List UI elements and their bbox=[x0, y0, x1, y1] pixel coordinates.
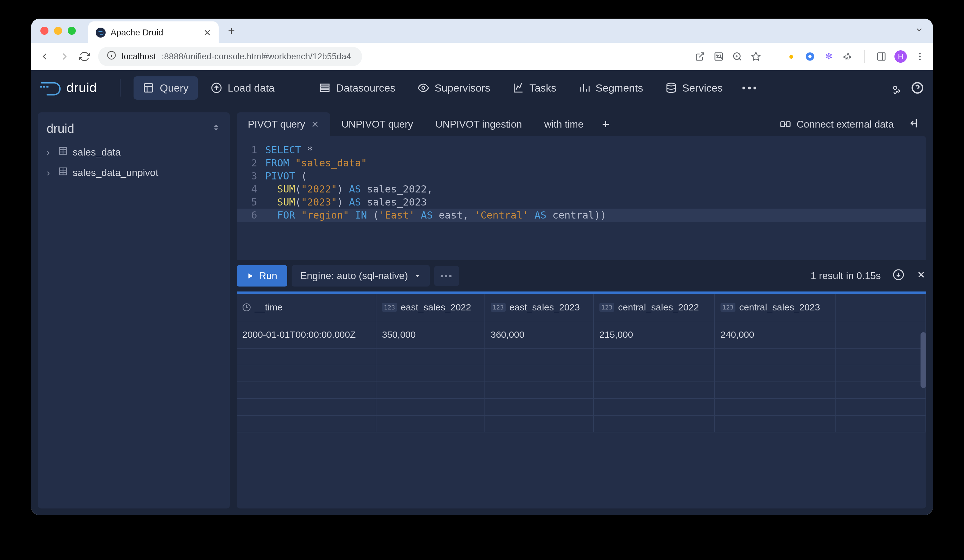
tree-item-label: sales_data bbox=[73, 146, 121, 158]
play-icon bbox=[247, 272, 254, 280]
open-external-icon[interactable] bbox=[694, 51, 706, 62]
table-header: __time 123 east_sales_2022 123 east_sale… bbox=[237, 294, 926, 321]
nav-supervisors[interactable]: Supervisors bbox=[409, 76, 500, 100]
tree-item-sales-data[interactable]: › sales_data bbox=[38, 142, 230, 162]
number-type-icon: 123 bbox=[721, 303, 735, 312]
run-label: Run bbox=[259, 270, 277, 282]
nav-datasources[interactable]: Datasources bbox=[310, 76, 405, 100]
svg-point-15 bbox=[919, 58, 920, 60]
tab-list-dropdown-icon[interactable] bbox=[915, 26, 923, 36]
datasources-icon bbox=[319, 82, 331, 93]
table-row[interactable]: 2000-01-01T00:00:00.000Z 350,000 360,000… bbox=[237, 321, 926, 349]
table-icon bbox=[59, 167, 68, 179]
svg-point-14 bbox=[919, 55, 920, 57]
favicon bbox=[96, 28, 106, 37]
menu-icon[interactable] bbox=[914, 51, 925, 62]
cell-central-2023: 240,000 bbox=[715, 321, 836, 348]
nav-tasks-label: Tasks bbox=[529, 82, 557, 94]
column-header-empty bbox=[836, 294, 926, 321]
connect-icon bbox=[780, 118, 791, 130]
nav-query[interactable]: Query bbox=[134, 76, 198, 100]
query-icon bbox=[143, 82, 154, 93]
sort-icon[interactable] bbox=[211, 123, 221, 135]
svg-line-5 bbox=[739, 58, 741, 60]
zoom-icon[interactable] bbox=[732, 51, 743, 62]
svg-rect-23 bbox=[321, 90, 329, 92]
back-button[interactable] bbox=[39, 51, 51, 62]
sql-editor[interactable]: 1SELECT *2FROM "sales_data"3PIVOT (4 SUM… bbox=[237, 136, 926, 260]
minimize-window-button[interactable] bbox=[54, 27, 62, 35]
browser-toolbar: localhost:8888/unified-console.html#work… bbox=[31, 43, 933, 70]
nav-services[interactable]: Services bbox=[656, 76, 732, 100]
extensions-icon[interactable] bbox=[842, 51, 853, 62]
profile-avatar[interactable]: H bbox=[894, 50, 907, 63]
forward-button[interactable] bbox=[59, 51, 71, 62]
maximize-window-button[interactable] bbox=[68, 27, 76, 35]
tree-item-label: sales_data_unpivot bbox=[73, 167, 158, 179]
scrollbar[interactable] bbox=[920, 332, 926, 503]
cell-time: 2000-01-01T00:00:00.000Z bbox=[237, 321, 376, 348]
nav-load-data-label: Load data bbox=[228, 82, 275, 94]
ext-icon-1[interactable]: ● bbox=[786, 51, 797, 62]
divider bbox=[864, 50, 865, 63]
tab-unpivot-query[interactable]: UNPIVOT query bbox=[330, 112, 424, 136]
reload-button[interactable] bbox=[78, 51, 91, 62]
run-button[interactable]: Run bbox=[237, 265, 287, 287]
more-options-button[interactable]: ••• bbox=[434, 266, 459, 286]
url-path: :8888/unified-console.html#workbench/12b… bbox=[162, 52, 351, 62]
tree-item-sales-data-unpivot[interactable]: › sales_data_unpivot bbox=[38, 162, 230, 183]
svg-rect-11 bbox=[878, 53, 885, 60]
url-input[interactable]: localhost:8888/unified-console.html#work… bbox=[98, 47, 362, 66]
close-tab-icon[interactable]: ✕ bbox=[204, 27, 211, 38]
tab-unpivot-ingestion[interactable]: UNPIVOT ingestion bbox=[424, 112, 533, 136]
segments-icon bbox=[579, 82, 590, 93]
collapse-panel-icon[interactable] bbox=[901, 117, 926, 131]
clock-icon bbox=[242, 303, 251, 312]
column-header-central-2023[interactable]: 123 central_sales_2023 bbox=[715, 294, 836, 321]
connect-external-data-button[interactable]: Connect external data bbox=[772, 118, 901, 130]
close-icon[interactable]: ✕ bbox=[311, 119, 319, 130]
settings-icon[interactable] bbox=[889, 82, 901, 94]
nav-more[interactable]: ••• bbox=[736, 76, 765, 100]
logo[interactable]: druid bbox=[41, 78, 97, 98]
translate-icon[interactable] bbox=[713, 51, 724, 62]
close-results-button[interactable] bbox=[916, 270, 926, 282]
connect-external-label: Connect external data bbox=[796, 118, 894, 130]
tab-with-time[interactable]: with time bbox=[533, 112, 595, 136]
browser-tab[interactable]: Apache Druid ✕ bbox=[88, 21, 219, 44]
column-header-central-2022[interactable]: 123 central_sales_2022 bbox=[594, 294, 715, 321]
nav-segments-label: Segments bbox=[596, 82, 643, 94]
table-icon bbox=[59, 146, 68, 158]
nav-load-data[interactable]: Load data bbox=[202, 76, 284, 100]
nav-tasks[interactable]: Tasks bbox=[503, 76, 566, 100]
svg-marker-47 bbox=[415, 275, 419, 277]
column-header-east-2023[interactable]: 123 east_sales_2023 bbox=[485, 294, 594, 321]
engine-selector[interactable]: Engine: auto (sql-native) bbox=[291, 265, 430, 287]
scrollbar-thumb[interactable] bbox=[920, 332, 926, 388]
side-panel-icon[interactable] bbox=[876, 51, 887, 62]
svg-rect-16 bbox=[145, 84, 153, 92]
column-header-east-2022[interactable]: 123 east_sales_2022 bbox=[376, 294, 485, 321]
query-toolbar: Run Engine: auto (sql-native) ••• 1 resu… bbox=[237, 260, 926, 292]
add-tab-button[interactable]: + bbox=[595, 117, 617, 131]
site-info-icon[interactable] bbox=[107, 50, 116, 62]
bookmark-icon[interactable] bbox=[750, 51, 762, 62]
column-name: __time bbox=[255, 302, 283, 313]
column-name: east_sales_2023 bbox=[509, 302, 580, 313]
svg-rect-22 bbox=[321, 87, 329, 89]
column-header-time[interactable]: __time bbox=[237, 294, 376, 321]
tab-pivot-query[interactable]: PIVOT query ✕ bbox=[237, 112, 330, 136]
new-tab-button[interactable]: + bbox=[228, 24, 235, 37]
ext-icon-2[interactable] bbox=[804, 51, 816, 62]
progress-bar bbox=[237, 292, 926, 294]
number-type-icon: 123 bbox=[599, 303, 614, 312]
help-icon[interactable] bbox=[911, 82, 923, 94]
nav-segments[interactable]: Segments bbox=[570, 76, 653, 100]
tab-label: with time bbox=[544, 118, 583, 130]
svg-point-13 bbox=[919, 53, 920, 54]
result-status: 1 result in 0.15s bbox=[811, 270, 881, 282]
ext-icon-3[interactable]: ✼ bbox=[823, 51, 834, 62]
close-window-button[interactable] bbox=[41, 27, 49, 35]
download-button[interactable] bbox=[892, 269, 904, 283]
svg-point-24 bbox=[422, 87, 425, 89]
